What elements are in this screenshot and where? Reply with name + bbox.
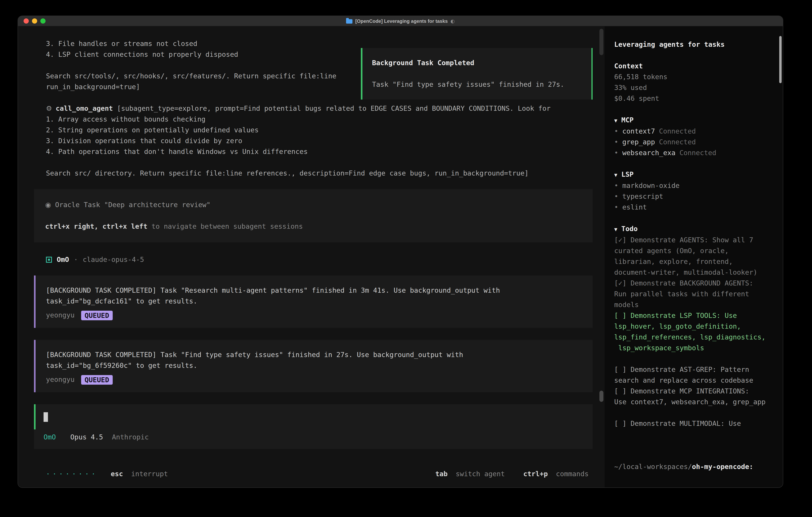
- agent-name: OmO: [57, 254, 69, 265]
- tool-name: call_omo_agent: [56, 104, 113, 112]
- todo-section: ▼Todo [✓] Demonstrate AGENTS: Show all 7…: [614, 223, 769, 429]
- todo-item: [ ] Demonstrate AST-GREP: Pattern search…: [614, 364, 769, 386]
- oracle-task-panel: ◉Oracle Task "Deep architecture review" …: [34, 189, 592, 242]
- tab-key-hint: tab: [435, 470, 447, 478]
- sidebar-scrollbar-thumb[interactable]: [779, 36, 782, 83]
- terminal-line: 2. String operations on potentially unde…: [34, 125, 592, 136]
- context-spent: $0.46 spent: [614, 93, 769, 104]
- bullet-icon: •: [614, 138, 618, 146]
- active-model-label: Opus 4.5: [70, 433, 103, 441]
- context-used: 33% used: [614, 82, 769, 93]
- terminal-pane: 3. File handles or streams not closed 4.…: [18, 26, 605, 488]
- mcp-item: •websearch_exaConnected: [614, 147, 769, 158]
- task-author: yeongyu: [46, 310, 75, 321]
- toast-body: Task "Find type safety issues" finished …: [372, 79, 582, 90]
- lsp-section: ▼LSP •markdown-oxide •typescript •eslint: [614, 169, 769, 213]
- status-badge: QUEUED: [81, 375, 113, 384]
- bullet-icon: •: [614, 182, 618, 190]
- scrollbar-thumb[interactable]: [600, 391, 603, 402]
- terminal-line: [34, 157, 592, 168]
- todo-item: [✓] Demonstrate AGENTS: Show all 7 curat…: [614, 235, 769, 278]
- todo-item: [✓] Demonstrate BACKGROUND AGENTS: Run p…: [614, 278, 769, 310]
- oracle-task-title: ◉Oracle Task "Deep architecture review": [45, 199, 581, 210]
- tool-args: [subagent_type=explore, prompt=Find pote…: [113, 104, 550, 112]
- separator-dot: ·: [74, 254, 78, 265]
- todo-section-header[interactable]: ▼Todo: [614, 223, 769, 235]
- bullet-icon: •: [614, 127, 618, 135]
- window-title-text: [OpenCode] Leveraging agents for tasks: [355, 18, 448, 24]
- provider-label: Anthropic: [112, 433, 149, 441]
- terminal-scrollbar[interactable]: [600, 29, 603, 486]
- task-message-line: task_id="bg_6f59260c" to get results.: [46, 360, 582, 371]
- agent-session-header: OmO · claude-opus-4-5: [46, 254, 592, 265]
- terminal-line: Search src/ directory. Return specific f…: [34, 168, 592, 179]
- ctrlp-key-label: commands: [556, 470, 589, 478]
- minimize-button[interactable]: [32, 19, 37, 24]
- task-author: yeongyu: [46, 374, 75, 385]
- workspace-repo: oh-my-opencode:: [692, 463, 753, 471]
- traffic-lights: [24, 16, 46, 26]
- status-bar: ········ esc interrupt tab switch agent …: [18, 466, 605, 488]
- lsp-item: •typescript: [614, 191, 769, 202]
- task-message-line: task_id="bg_dcfac161" to get results.: [46, 296, 582, 307]
- subagent-nav-hint: ctrl+x right, ctrl+x left to navigate be…: [45, 221, 581, 232]
- todo-item: [ ] Demonstrate MULTIMODAL: Use: [614, 418, 769, 429]
- terminal-line: 1. Array access without bounds checking: [34, 114, 592, 125]
- workspace-dir: ~/local-workspaces/: [614, 463, 692, 471]
- context-heading: Context: [614, 61, 769, 72]
- tool-call-line: ⚙call_omo_agent [subagent_type=explore, …: [34, 103, 592, 114]
- collapse-triangle-icon: ▼: [614, 172, 617, 178]
- bullet-icon: •: [614, 203, 618, 211]
- prompt-input[interactable]: OmO Opus 4.5 Anthropic: [34, 404, 592, 449]
- bullet-icon: •: [614, 149, 618, 157]
- background-task-message: [BACKGROUND TASK COMPLETED] Task "Find t…: [34, 340, 592, 392]
- mcp-section-header[interactable]: ▼MCP: [614, 115, 769, 126]
- workspace-path: ~/local-workspaces/oh-my-opencode: maste…: [614, 440, 769, 488]
- agent-model: claude-opus-4-5: [83, 254, 144, 265]
- task-message-line: [BACKGROUND TASK COMPLETED] Task "Resear…: [46, 285, 582, 296]
- task-meta: yeongyu QUEUED: [46, 310, 582, 321]
- collapse-triangle-icon: ▼: [614, 117, 617, 124]
- session-indicator-icon: ◐: [451, 18, 455, 24]
- lsp-section-header[interactable]: ▼LSP: [614, 169, 769, 180]
- collapse-triangle-icon: ▼: [614, 226, 617, 232]
- toast-title: Background Task Completed: [372, 58, 582, 69]
- mcp-section: ▼MCP •context7Connected •grep_appConnect…: [614, 115, 769, 158]
- prompt-input-field[interactable]: [34, 404, 592, 430]
- sidebar-pane: Leveraging agents for tasks Context 66,5…: [605, 26, 783, 488]
- lsp-item: •markdown-oxide: [614, 180, 769, 191]
- gear-icon: ⚙: [46, 104, 52, 112]
- context-tokens: 66,518 tokens: [614, 72, 769, 82]
- notification-toast[interactable]: Background Task Completed Task "Find typ…: [361, 48, 592, 100]
- blank-line: [45, 210, 581, 221]
- todo-item: [ ] Demonstrate LSP TOOLS: Use lsp_hover…: [614, 310, 769, 353]
- tab-key-label: switch agent: [456, 470, 505, 478]
- context-section: Context 66,518 tokens 33% used $0.46 spe…: [614, 61, 769, 104]
- lsp-item: •eslint: [614, 202, 769, 213]
- status-badge: QUEUED: [81, 310, 113, 320]
- esc-key-hint: esc: [111, 470, 123, 478]
- background-task-message: [BACKGROUND TASK COMPLETED] Task "Resear…: [34, 275, 592, 328]
- status-right: tab switch agent ctrl+p commands: [435, 470, 589, 478]
- model-indicator: OmO Opus 4.5 Anthropic: [34, 430, 592, 449]
- task-message-line: [BACKGROUND TASK COMPLETED] Task "Find t…: [46, 350, 582, 360]
- window-titlebar[interactable]: [OpenCode] Leveraging agents for tasks ◐: [18, 16, 783, 26]
- zoom-button[interactable]: [40, 19, 46, 24]
- ctrlp-key-hint: ctrl+p: [523, 470, 548, 478]
- status-left: ········ esc interrupt: [46, 470, 168, 478]
- close-button[interactable]: [24, 19, 29, 24]
- text-cursor: [44, 412, 48, 422]
- bullet-icon: •: [614, 192, 618, 200]
- session-title: Leveraging agents for tasks: [614, 39, 769, 50]
- terminal-line: 3. Division operations that could divide…: [34, 136, 592, 146]
- terminal-line: 3. File handles or streams not closed: [34, 38, 592, 49]
- terminal-line: 4. Path operations that don't handle Win…: [34, 146, 592, 157]
- active-agent-label: OmO: [44, 433, 56, 441]
- desktop: [OpenCode] Leveraging agents for tasks ◐…: [0, 0, 812, 517]
- scrollbar-thumb[interactable]: [600, 29, 603, 55]
- window-title: [OpenCode] Leveraging agents for tasks ◐: [346, 18, 455, 24]
- folder-icon: [346, 19, 352, 24]
- task-meta: yeongyu QUEUED: [46, 374, 582, 385]
- app-window: [OpenCode] Leveraging agents for tasks ◐…: [18, 16, 783, 488]
- mcp-item: •context7Connected: [614, 126, 769, 137]
